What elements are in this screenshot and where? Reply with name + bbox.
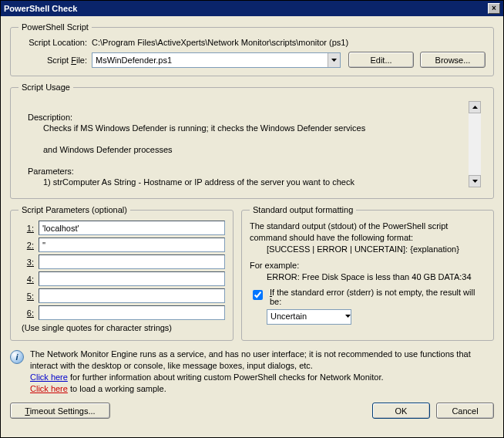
powershell-script-group: PowerShell Script Script Location: C:\Pr… — [10, 22, 494, 76]
group-legend: Script Parameters (optional) — [18, 205, 130, 214]
chevron-down-icon[interactable] — [328, 53, 340, 67]
dialog-window: PowerShell Check × PowerShell Script Scr… — [0, 0, 504, 438]
scroll-up-icon[interactable] — [469, 101, 481, 113]
script-parameters-group: Script Parameters (optional) 1: 2: 3: 4:… — [10, 205, 234, 341]
close-icon[interactable]: × — [488, 3, 500, 14]
param-input-4[interactable] — [39, 271, 225, 286]
info-icon: i — [10, 350, 24, 364]
param-input-5[interactable] — [39, 288, 225, 303]
script-file-input[interactable] — [92, 53, 328, 67]
info-link-sample[interactable]: Click here — [30, 384, 68, 393]
param-label-6: 6: — [18, 308, 39, 318]
stderr-checkbox-label: If the standard error (stderr) is not em… — [270, 288, 486, 306]
ok-button[interactable]: OK — [372, 403, 430, 419]
stderr-result-select[interactable]: Uncertain — [267, 309, 351, 325]
script-location-label: Script Location: — [18, 38, 92, 47]
client-area: PowerShell Script Script Location: C:\Pr… — [1, 16, 503, 437]
param-label-5: 5: — [18, 291, 39, 301]
scroll-down-icon[interactable] — [469, 175, 481, 187]
param-input-3[interactable] — [39, 254, 225, 269]
usage-scrollbar[interactable] — [469, 101, 481, 187]
stdout-desc: The standard output (stdout) of the Powe… — [250, 221, 486, 255]
edit-button[interactable]: Edit... — [348, 52, 414, 68]
timeout-settings-button[interactable]: Timeout Settings... — [10, 403, 110, 419]
info-link-docs[interactable]: Click here — [30, 372, 68, 382]
info-text: The Network Monitor Engine runs as a ser… — [30, 349, 494, 395]
group-legend: Standard output formatting — [250, 205, 356, 214]
scroll-track[interactable] — [469, 113, 481, 175]
usage-text: Description: Checks if MS Windows Defend… — [28, 101, 465, 187]
browse-button[interactable]: Browse... — [420, 52, 486, 68]
group-legend: Script Usage — [18, 83, 73, 92]
cancel-button[interactable]: Cancel — [436, 403, 494, 419]
param-label-4: 4: — [18, 275, 39, 284]
stderr-result-value: Uncertain — [267, 310, 345, 324]
window-title: PowerShell Check — [4, 4, 77, 13]
usage-box: Description: Checks if MS Windows Defend… — [18, 98, 486, 190]
group-legend: PowerShell Script — [18, 22, 92, 32]
param-label-2: 2: — [18, 241, 39, 250]
info-section: i The Network Monitor Engine runs as a s… — [10, 349, 494, 395]
param-label-1: 1: — [18, 224, 39, 233]
script-file-label: Script File: — [18, 56, 92, 65]
stdout-example: For example: ERROR: Free Disk Space is l… — [250, 260, 486, 283]
param-input-6[interactable] — [39, 305, 225, 320]
titlebar: PowerShell Check × — [1, 1, 503, 16]
param-input-1[interactable] — [39, 221, 225, 235]
script-location-value: C:\Program Files\ActiveXperts\Network Mo… — [92, 38, 486, 47]
script-usage-group: Script Usage Description: Checks if MS W… — [10, 83, 494, 199]
bottom-bar: Timeout Settings... OK Cancel — [10, 403, 494, 419]
stderr-checkbox-row: If the standard error (stderr) is not em… — [250, 288, 486, 306]
chevron-down-icon[interactable] — [345, 310, 351, 324]
stdout-formatting-group: Standard output formatting The standard … — [241, 205, 494, 341]
param-label-3: 3: — [18, 258, 39, 267]
stderr-checkbox[interactable] — [253, 290, 263, 300]
params-hint: (Use single quotes for character strings… — [18, 323, 225, 332]
param-input-2[interactable] — [39, 238, 225, 252]
script-file-combo[interactable] — [92, 52, 341, 68]
